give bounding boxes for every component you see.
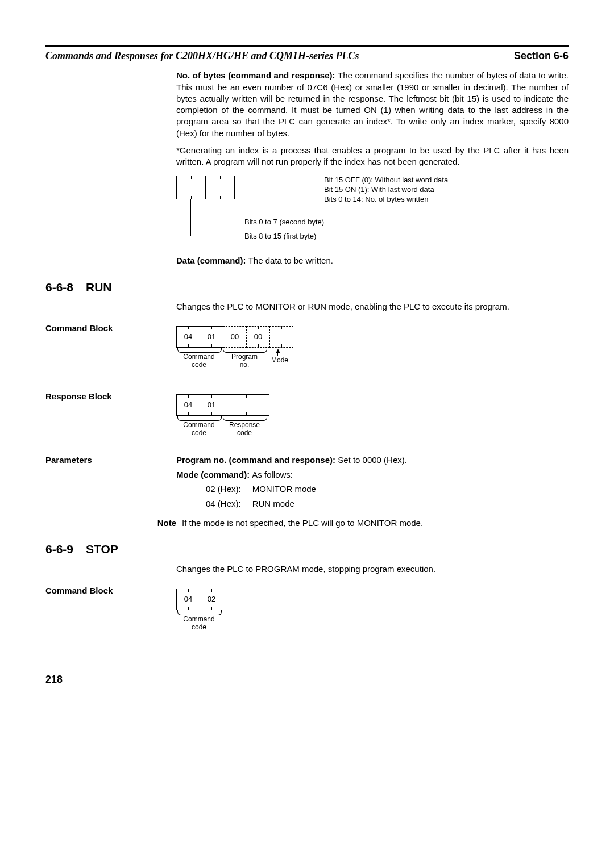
note-text: If the mode is not specified, the PLC wi… <box>182 518 569 529</box>
diag-side2: Bit 15 ON (1): With last word data <box>324 185 448 195</box>
mode-02-desc: MONITOR mode <box>252 482 326 496</box>
section-num-668: 6-6-8 <box>45 279 73 295</box>
section-heading-669: 6-6-9 STOP <box>45 541 569 557</box>
note-row-668: Note If the mode is not specified, the P… <box>45 518 569 529</box>
intro-para-1-bold: No. of bytes (command and response): <box>176 70 338 80</box>
intro-para-3-bold: Data (command): <box>176 256 248 265</box>
sec669-desc: Changes the PLC to PROGRAM mode, stoppin… <box>176 564 569 575</box>
section-heading-668: 6-6-8 RUN <box>45 279 569 295</box>
label-command-block-669: Command Block <box>45 585 176 639</box>
mode-02-hex: 02 (Hex): <box>206 482 251 496</box>
cmd668-c3: 00 <box>231 332 239 342</box>
intro-para-3: Data (command): The data to be written. <box>176 255 569 266</box>
page-header: Commands and Responses for C200HX/HG/HE … <box>45 49 569 62</box>
mode-04-desc: RUN mode <box>252 497 326 511</box>
cmd668-l2: Program no. <box>222 353 267 369</box>
params-line2: Mode (command): As follows: <box>176 469 569 481</box>
diag-side1: Bit 15 OFF (0): Without last word data <box>324 176 448 185</box>
mode-04-hex: 04 (Hex): <box>206 497 251 511</box>
section-num-669: 6-6-9 <box>45 541 73 557</box>
cmd668-c1: 04 <box>184 332 192 342</box>
resp668-c2: 01 <box>208 400 215 410</box>
resp668-c1: 04 <box>184 400 192 410</box>
sec668-desc: Changes the PLC to MONITOR or RUN mode, … <box>176 301 569 312</box>
label-parameters-668: Parameters <box>45 454 176 512</box>
note-label: Note <box>45 518 182 529</box>
section-title-668: RUN <box>86 279 112 295</box>
resp668-l2: Response code <box>222 422 267 437</box>
label-command-block-668: Command Block <box>45 323 176 381</box>
cmd668-l3: Mode <box>268 357 291 365</box>
top-rule-thin <box>45 64 569 64</box>
resp668-l1: Command code <box>176 422 222 437</box>
page-number: 218 <box>45 673 569 686</box>
cmd669-c1: 04 <box>184 594 192 604</box>
mode-table: 02 (Hex):MONITOR mode 04 (Hex):RUN mode <box>205 481 327 512</box>
params-line1: Program no. (command and response): Set … <box>176 454 569 466</box>
diag-side3: Bits 0 to 14: No. of bytes written <box>324 195 448 205</box>
run-response-block-diagram: 04 01 Command code Response code <box>176 394 569 441</box>
cmd668-c4: 00 <box>254 332 262 342</box>
diag-lab-bits-0-7: Bits 0 to 7 (second byte) <box>244 217 324 227</box>
header-right: Section 6-6 <box>514 49 569 62</box>
top-rule-thick <box>45 45 569 47</box>
cmd668-c2: 01 <box>208 332 215 342</box>
diag-sidetext: Bit 15 OFF (0): Without last word data B… <box>324 176 448 205</box>
stop-command-block-diagram: 04 02 Command code <box>176 589 569 635</box>
cmd668-l1: Command code <box>176 353 222 369</box>
run-command-block-diagram: 04 01 00 00 Command code Program no. Mod… <box>176 326 569 377</box>
params-line2-bold: Mode (command): <box>176 470 252 479</box>
cmd669-l1: Command code <box>176 616 222 632</box>
byte-diagram: Bits 0 to 7 (second byte) Bits 8 to 15 (… <box>176 176 569 249</box>
label-response-block-668: Response Block <box>45 391 176 444</box>
params-line2-text: As follows: <box>252 470 293 479</box>
intro-para-2: *Generating an index is a process that e… <box>176 145 569 168</box>
header-left: Commands and Responses for C200HX/HG/HE … <box>45 49 359 62</box>
diag-lab-bits-8-15: Bits 8 to 15 (first byte) <box>244 231 316 241</box>
section-title-669: STOP <box>86 541 118 557</box>
cmd669-c2: 02 <box>208 594 215 604</box>
intro-para-3-text: The data to be written. <box>248 256 333 265</box>
intro-para-1-text: The command specifies the number of byte… <box>176 70 569 137</box>
params-line1-text: Set to 0000 (Hex). <box>338 455 407 465</box>
params-line1-bold: Program no. (command and response): <box>176 455 338 465</box>
intro-para-1: No. of bytes (command and response): The… <box>176 70 569 139</box>
